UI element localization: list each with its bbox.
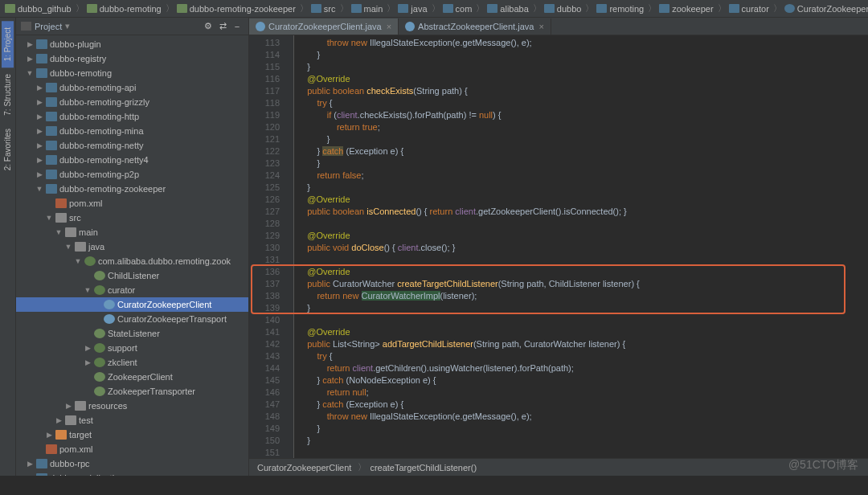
tree-row[interactable]: ▼curator bbox=[16, 283, 248, 297]
breadcrumb-item[interactable]: remoting bbox=[596, 4, 644, 14]
expand-arrow-icon[interactable]: ▶ bbox=[35, 141, 43, 149]
tree-row[interactable]: ▶dubbo-rpc bbox=[16, 456, 248, 471]
tool-tab[interactable]: 7: Structure bbox=[2, 68, 14, 122]
breadcrumb-item[interactable]: java bbox=[398, 4, 427, 14]
tree-row[interactable]: ▶dubbo-remoting-http bbox=[16, 109, 248, 124]
tree-row[interactable]: ZookeeperClient bbox=[16, 370, 248, 384]
breadcrumb-item[interactable]: dubbo-remoting-zookeeper bbox=[177, 4, 296, 14]
status-crumb[interactable]: CuratorZookeeperClient bbox=[257, 463, 351, 472]
node-icon bbox=[46, 444, 57, 454]
tree-row[interactable]: ▶test bbox=[16, 413, 248, 428]
tree-row[interactable]: ▶dubbo-remoting-api bbox=[16, 80, 248, 95]
expand-arrow-icon[interactable]: ▼ bbox=[26, 69, 34, 77]
expand-arrow-icon[interactable]: ▼ bbox=[45, 214, 53, 222]
expand-arrow-icon[interactable]: ▶ bbox=[26, 460, 34, 468]
close-icon[interactable]: × bbox=[538, 22, 543, 31]
breadcrumb-item[interactable]: CuratorZookeeperClient bbox=[784, 4, 868, 14]
expand-arrow-icon[interactable]: ▼ bbox=[64, 243, 72, 251]
expand-arrow-icon[interactable]: ▶ bbox=[26, 474, 34, 476]
expand-arrow-icon[interactable]: ▶ bbox=[35, 98, 43, 106]
tree-row[interactable]: ChildListener bbox=[16, 268, 248, 283]
tool-tab[interactable]: 1: Project bbox=[2, 21, 14, 68]
expand-arrow-icon[interactable]: ▶ bbox=[26, 55, 34, 63]
expand-arrow-icon[interactable]: ▼ bbox=[84, 286, 92, 294]
breadcrumb-item[interactable]: zookeeper bbox=[659, 4, 713, 14]
node-icon bbox=[36, 54, 47, 63]
breadcrumb-item[interactable]: dubbo bbox=[544, 4, 582, 14]
fold-gutter[interactable] bbox=[285, 35, 294, 458]
tree-row[interactable]: ▶support bbox=[16, 341, 248, 355]
breadcrumb-item[interactable]: curator bbox=[729, 4, 769, 14]
folder-icon bbox=[443, 4, 453, 13]
node-icon bbox=[94, 329, 105, 338]
tree-row[interactable]: ▶dubbo-registry bbox=[16, 51, 248, 66]
collapse-icon[interactable]: ⇄ bbox=[216, 20, 229, 33]
close-icon[interactable]: × bbox=[387, 22, 391, 31]
tree-row[interactable]: ▶dubbo-remoting-grizzly bbox=[16, 95, 248, 109]
tree-row[interactable]: ▶dubbo-remoting-netty bbox=[16, 138, 248, 153]
tree-row[interactable]: ▶dubbo-remoting-mina bbox=[16, 124, 248, 138]
expand-arrow-icon[interactable]: ▶ bbox=[45, 431, 53, 439]
node-label: CuratorZookeeperTransport bbox=[117, 314, 227, 324]
tree-row[interactable]: StateListener bbox=[16, 326, 248, 341]
left-tool-strip: 1: Project7: Structure2: Favorites bbox=[0, 18, 16, 476]
node-label: curator bbox=[108, 285, 135, 295]
tree-row[interactable]: pom.xml bbox=[16, 442, 248, 456]
folder-icon bbox=[596, 4, 607, 13]
tree-row[interactable]: pom.xml bbox=[16, 196, 248, 211]
editor-tab[interactable]: AbstractZookeeperClient.java× bbox=[399, 18, 551, 35]
tree-row[interactable]: ▶target bbox=[16, 428, 248, 442]
tree-row[interactable]: ▶dubbo-plugin bbox=[16, 37, 248, 51]
tree-row[interactable]: ▼src bbox=[16, 211, 248, 225]
breadcrumb-item[interactable]: com bbox=[443, 4, 473, 14]
status-bar: CuratorZookeeperClient〉createTargetChild… bbox=[249, 458, 868, 476]
tree-row[interactable]: ▼dubbo-remoting-zookeeper bbox=[16, 182, 248, 196]
node-label: com.alibaba.dubbo.remoting.zook bbox=[98, 256, 231, 266]
expand-arrow-icon[interactable]: ▶ bbox=[84, 358, 92, 366]
tree-row[interactable]: ▶dubbo-serialization bbox=[16, 471, 248, 476]
editor-tabs: CuratorZookeeperClient.java×AbstractZook… bbox=[249, 18, 868, 35]
editor-tab[interactable]: CuratorZookeeperClient.java× bbox=[249, 18, 399, 35]
expand-arrow-icon[interactable]: ▶ bbox=[35, 127, 43, 135]
status-crumb[interactable]: createTargetChildListener() bbox=[370, 463, 477, 472]
gear-icon[interactable]: ⚙ bbox=[202, 20, 215, 33]
node-icon bbox=[46, 112, 57, 121]
breadcrumb-item[interactable]: main bbox=[351, 4, 383, 14]
tree-row[interactable]: ZookeeperTransporter bbox=[16, 384, 248, 399]
expand-arrow-icon[interactable]: ▶ bbox=[35, 112, 43, 121]
breadcrumb-item[interactable]: src bbox=[311, 4, 336, 14]
hide-icon[interactable]: − bbox=[231, 20, 244, 33]
expand-arrow-icon[interactable]: ▶ bbox=[35, 84, 43, 92]
tree-row[interactable]: ▶resources bbox=[16, 399, 248, 413]
tree-row[interactable]: ▶dubbo-remoting-p2p bbox=[16, 167, 248, 182]
expand-arrow-icon[interactable]: ▶ bbox=[64, 402, 72, 410]
node-icon bbox=[46, 155, 57, 165]
expand-arrow-icon[interactable]: ▶ bbox=[26, 40, 34, 48]
breadcrumb-item[interactable]: dubbo-remoting bbox=[87, 4, 162, 14]
breadcrumb-item[interactable]: alibaba bbox=[487, 4, 528, 14]
tree-row[interactable]: ▶zkclient bbox=[16, 355, 248, 370]
breadcrumb-item[interactable]: dubbo_github bbox=[5, 4, 72, 14]
node-label: java bbox=[88, 242, 104, 252]
expand-arrow-icon[interactable]: ▶ bbox=[84, 344, 92, 352]
tree-row[interactable]: CuratorZookeeperClient bbox=[16, 297, 248, 312]
expand-arrow-icon[interactable]: ▼ bbox=[74, 257, 82, 265]
code-content[interactable]: throw new IllegalStateException(e.getMes… bbox=[294, 35, 868, 458]
project-tree[interactable]: ▶dubbo-plugin▶dubbo-registry▼dubbo-remot… bbox=[16, 35, 248, 476]
tree-row[interactable]: ▼java bbox=[16, 239, 248, 254]
tree-row[interactable]: ▶dubbo-remoting-netty4 bbox=[16, 153, 248, 167]
expand-arrow-icon[interactable]: ▶ bbox=[55, 416, 63, 424]
tree-row[interactable]: ▼com.alibaba.dubbo.remoting.zook bbox=[16, 254, 248, 268]
expand-arrow-icon[interactable]: ▼ bbox=[55, 228, 63, 236]
tool-tab[interactable]: 2: Favorites bbox=[2, 122, 14, 177]
tree-row[interactable]: ▼main bbox=[16, 225, 248, 239]
expand-arrow-icon[interactable]: ▼ bbox=[35, 185, 43, 193]
code-area[interactable]: 1131141151161171181191201211221231241251… bbox=[249, 35, 868, 458]
node-icon bbox=[55, 430, 67, 440]
node-label: zkclient bbox=[108, 358, 137, 367]
node-icon bbox=[94, 387, 105, 396]
expand-arrow-icon[interactable]: ▶ bbox=[35, 170, 43, 178]
expand-arrow-icon[interactable]: ▶ bbox=[35, 156, 43, 164]
tree-row[interactable]: ▼dubbo-remoting bbox=[16, 66, 248, 80]
tree-row[interactable]: CuratorZookeeperTransport bbox=[16, 312, 248, 326]
